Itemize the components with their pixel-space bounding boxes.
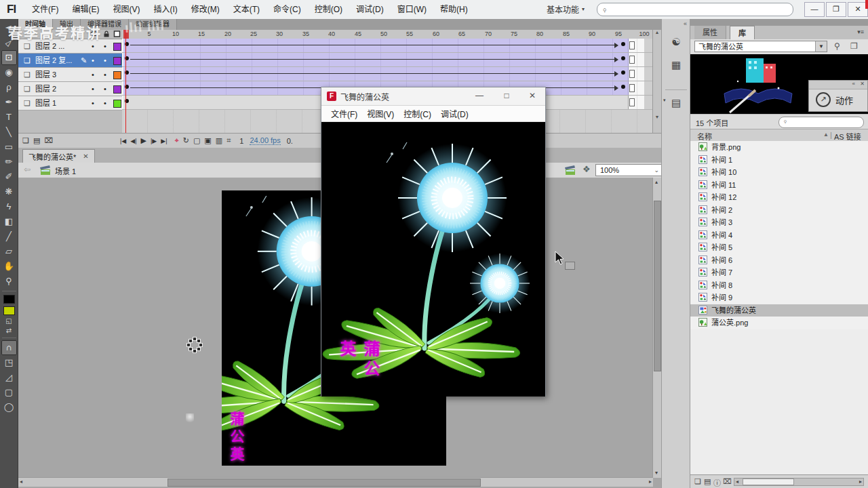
tween-frame-row[interactable] — [122, 67, 653, 81]
new-folder-button[interactable]: ▤ — [704, 477, 711, 486]
swap-colors-icon[interactable]: ⇄ — [1, 326, 17, 336]
player-title-bar[interactable]: F 飞舞的蒲公英 — □ ✕ — [321, 87, 545, 106]
menu-view[interactable]: 视图(V) — [106, 1, 146, 19]
motion-tween-span[interactable] — [123, 53, 629, 66]
library-item[interactable]: 补间 10 — [690, 166, 868, 179]
layer-name[interactable]: 图层 1 — [35, 96, 56, 110]
new-symbol-button[interactable]: ❏ — [694, 477, 701, 486]
rotate-skew-option[interactable]: ◳ — [1, 355, 17, 370]
layer-lock-dot[interactable]: • — [104, 39, 106, 53]
scrollbar-thumb[interactable] — [654, 201, 661, 371]
3d-rotation-tool[interactable]: ◉ — [1, 65, 17, 80]
layer-color-swatch[interactable] — [113, 71, 121, 79]
scene-label[interactable]: 场景 1 — [55, 165, 76, 176]
collapse-panel-icon[interactable]: « — [852, 81, 855, 87]
fill-color-swatch[interactable] — [3, 306, 15, 315]
library-item[interactable]: 补间 6 — [690, 254, 868, 267]
library-item[interactable]: 补间 9 — [690, 291, 868, 304]
actions-panel-title-bar[interactable]: « ✕ — [809, 81, 867, 89]
pencil-tool[interactable]: ✏ — [1, 155, 17, 169]
scrollbar-thumb[interactable] — [167, 479, 481, 487]
tab-properties[interactable]: 属性 — [694, 26, 726, 39]
actions-label[interactable]: 动作 — [835, 94, 853, 106]
column-as-linkage[interactable]: AS 链接 — [834, 131, 861, 142]
library-list-header[interactable]: 名称 ▲ | AS 链接 — [690, 129, 868, 142]
player-menu-view[interactable]: 视图(V) — [367, 108, 394, 119]
library-item[interactable]: 补间 4 — [690, 229, 868, 242]
delete-item-button[interactable]: ⌧ — [723, 477, 732, 486]
new-library-panel-icon[interactable]: ❐ — [850, 41, 858, 51]
window-minimize-button[interactable]: — — [804, 2, 825, 17]
edit-symbols-icon[interactable]: ❖ — [583, 164, 591, 174]
stage-horizontal-scrollbar[interactable]: ◂ ▸ — [18, 477, 653, 487]
player-menu-file[interactable]: 文件(F) — [331, 108, 357, 119]
eyedropper-tool[interactable]: ╱ — [1, 229, 17, 244]
zoom-tool[interactable]: ⚲ — [1, 274, 17, 289]
text-tool[interactable]: T — [1, 110, 17, 125]
line-tool[interactable]: ╲ — [1, 125, 17, 140]
zoom-level-select[interactable]: 100% ⌄ — [595, 164, 663, 176]
menu-control[interactable]: 控制(O) — [308, 1, 349, 19]
tab-library[interactable]: 库 — [730, 26, 755, 40]
layer-row[interactable]: ❏ 图层 2 • • — [18, 82, 122, 96]
library-search-input[interactable]: ⌕ — [778, 117, 864, 128]
go-first-frame-button[interactable]: |◀ — [120, 138, 126, 144]
layer-lock-dot[interactable]: • — [104, 96, 106, 110]
paint-bucket-tool[interactable]: ◧ — [1, 214, 17, 229]
rectangle-tool[interactable]: ▭ — [1, 140, 17, 155]
layer-color-swatch[interactable] — [113, 85, 121, 94]
stage-vertical-scrollbar[interactable]: ▴ ▾ — [652, 178, 661, 478]
library-item[interactable]: 补间 1 — [690, 154, 868, 167]
close-document-icon[interactable]: ✕ — [83, 152, 88, 160]
color-panel-icon[interactable]: ☯ — [667, 34, 686, 50]
lasso-tool[interactable]: ρ — [1, 80, 17, 95]
free-transform-tool[interactable]: ⊡ — [1, 50, 17, 65]
collapse-dock-icon[interactable]: « — [684, 20, 687, 27]
library-item-selected[interactable]: 飞舞的蒲公英 — [690, 304, 868, 317]
item-properties-button[interactable]: ⓘ — [713, 477, 721, 488]
layer-name[interactable]: 图层 2 复... — [35, 54, 72, 67]
column-name[interactable]: 名称 — [697, 131, 712, 142]
go-last-frame-button[interactable]: ▶| — [161, 138, 167, 144]
new-folder-button[interactable]: ▤ — [33, 136, 40, 145]
layer-visible-dot[interactable]: • — [92, 68, 94, 81]
eraser-tool[interactable]: ▱ — [1, 244, 17, 259]
layer-color-swatch[interactable] — [113, 100, 121, 108]
library-item[interactable]: 补间 3 — [690, 216, 868, 229]
menu-edit[interactable]: 编辑(E) — [65, 1, 106, 19]
layer-lock-dot[interactable]: • — [104, 82, 106, 96]
frame-rate-value[interactable]: 24.00 fps — [250, 136, 280, 145]
layer-visible-dot[interactable]: • — [92, 82, 94, 96]
scrollbar-thumb[interactable] — [743, 479, 794, 485]
library-item[interactable]: 蒲公英.png — [690, 317, 868, 329]
tween-frame-row[interactable] — [122, 53, 653, 67]
default-colors-icon[interactable]: ◱ — [1, 317, 17, 326]
layer-color-swatch[interactable] — [113, 57, 121, 65]
snap-to-objects-option[interactable]: ∩ — [1, 340, 17, 355]
delete-layer-button[interactable]: ⌧ — [44, 136, 53, 145]
actions-panel-collapsed[interactable]: « ✕ ↗ 动作 — [808, 80, 868, 112]
window-restore-button[interactable]: ❐ — [826, 2, 846, 17]
onion-skin-button[interactable]: ▢ — [193, 136, 200, 145]
deco-tool[interactable]: ❋ — [1, 184, 17, 199]
playhead-line[interactable] — [125, 30, 126, 134]
play-button[interactable]: ▶ — [141, 136, 146, 145]
library-item[interactable]: 补间 12 — [690, 191, 868, 204]
library-item[interactable]: 补间 5 — [690, 241, 868, 254]
menu-commands[interactable]: 命令(C) — [267, 1, 308, 19]
tween-frame-row[interactable] — [122, 39, 653, 53]
outline-square-icon[interactable] — [113, 30, 121, 37]
menu-modify[interactable]: 修改(M) — [184, 1, 226, 19]
step-forward-button[interactable]: |▶ — [151, 138, 157, 144]
flash-player-preview-window[interactable]: F 飞舞的蒲公英 — □ ✕ 文件(F) 视图(V) 控制(C) 调试(D) 蒲… — [321, 87, 546, 396]
layer-visible-dot[interactable]: • — [92, 54, 94, 67]
close-panel-icon[interactable]: ✕ — [860, 81, 865, 87]
layer-visible-dot[interactable]: • — [92, 96, 94, 110]
library-item[interactable]: 补间 2 — [690, 204, 868, 217]
layer-row-selected[interactable]: ❏ 图层 2 复... ✎ • • — [18, 54, 122, 68]
stroke-color-swatch[interactable] — [3, 295, 15, 304]
library-item[interactable]: 补间 7 — [690, 266, 868, 279]
menu-debug[interactable]: 调试(D) — [349, 1, 391, 19]
modify-markers-button[interactable]: ⌗ — [226, 136, 231, 145]
onion-skin-outline-button[interactable]: ▣ — [204, 136, 211, 145]
